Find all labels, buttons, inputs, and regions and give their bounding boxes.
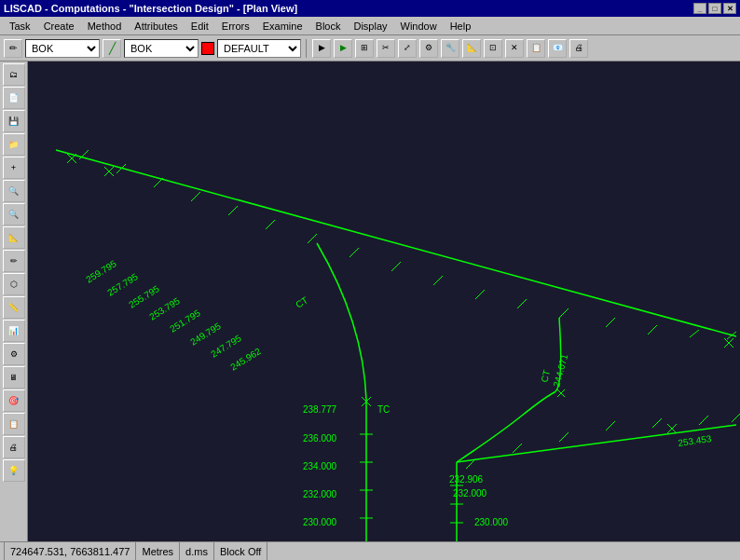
close-button[interactable]: ✕ <box>723 3 736 14</box>
sidebar-btn-display[interactable]: 🖥 <box>3 366 25 389</box>
toolbar-btn-11[interactable]: 📋 <box>527 39 545 58</box>
polygon-icon: ⬡ <box>10 280 18 289</box>
coordinates-display: 724647.531, 7663811.477 <box>4 542 136 560</box>
toolbar-btn-6[interactable]: ⚙ <box>419 39 438 58</box>
sidebar-btn-add[interactable]: + <box>3 157 25 179</box>
label-236000: 236.000 <box>303 433 337 444</box>
pencil-icon: ✏ <box>9 43 17 53</box>
toolbar: ✏ BOK ╱ BOK DEFAULT ▶ ▶ ⊞ ✂ ⤢ ⚙ 🔧 📐 ⊡ ✕ … <box>0 35 740 61</box>
light-icon: 💡 <box>8 466 19 475</box>
label-232000-right: 232.000 <box>453 488 487 499</box>
menu-item-block[interactable]: Block <box>310 20 347 33</box>
block-off-display: Block Off <box>214 542 267 560</box>
toolbar-btn-10[interactable]: ✕ <box>505 39 524 58</box>
title-label: LISCAD - Computations - "Intersection De… <box>4 3 297 14</box>
zoom-out-icon: 🔍 <box>8 210 19 219</box>
toolbar-separator-1 <box>306 39 308 58</box>
sidebar-btn-measure[interactable]: 📐 <box>3 226 25 249</box>
sidebar-btn-edit[interactable]: ✏ <box>3 250 25 272</box>
toolbar-btn-9[interactable]: ⊡ <box>484 39 502 58</box>
icon-4: ✂ <box>382 44 390 52</box>
toolbar-btn-1[interactable]: ▶ <box>312 39 331 58</box>
icon-12: 📧 <box>553 44 563 52</box>
icon-6: ⚙ <box>425 44 432 52</box>
sidebar-btn-zoom-in[interactable]: 🔍 <box>3 180 25 202</box>
label-230000-left: 230.000 <box>303 517 337 527</box>
display-icon: 🖥 <box>9 373 18 382</box>
units-display: Metres <box>136 542 180 560</box>
menu-item-errors[interactable]: Errors <box>216 20 255 33</box>
add-icon: + <box>11 163 16 172</box>
line-tool-icon: 📏 <box>8 303 19 312</box>
layer-select-1[interactable]: BOK <box>25 39 100 58</box>
icon-5: ⤢ <box>404 44 411 52</box>
menu-item-attributes[interactable]: Attributes <box>129 20 183 33</box>
toolbar-btn-7[interactable]: 🔧 <box>441 39 459 58</box>
icon-8: 📐 <box>467 44 477 52</box>
toolbar-btn-4[interactable]: ✂ <box>377 39 395 58</box>
main-area: 🗂 📄 💾 📁 + 🔍 🔍 📐 ✏ ⬡ 📏 📊 ⚙ 🖥 🎯 📋 🖨 💡 <box>0 61 740 541</box>
sidebar-btn-line[interactable]: 📏 <box>3 296 25 319</box>
menu-item-display[interactable]: Display <box>348 20 392 33</box>
label-tc: TC <box>377 404 390 415</box>
icon-9: ⊡ <box>489 44 497 52</box>
sidebar-btn-zoom-out[interactable]: 🔍 <box>3 203 25 225</box>
menu-item-task[interactable]: Task <box>4 20 36 33</box>
sidebar-btn-open[interactable]: 📁 <box>3 133 25 156</box>
clipboard-icon: 📋 <box>8 419 19 429</box>
sidebar-btn-target[interactable]: 🎯 <box>3 389 25 412</box>
line-icon: ╱ <box>109 42 116 55</box>
toolbar-btn-2[interactable]: ▶ <box>334 39 352 58</box>
menu-bar: Task Create Method Attributes Edit Error… <box>0 17 740 35</box>
toolbar-btn-line[interactable]: ╱ <box>103 39 121 58</box>
toolbar-btn-5[interactable]: ⤢ <box>398 39 417 58</box>
sidebar-btn-chart[interactable]: 📊 <box>3 320 25 342</box>
label-238777: 238.777 <box>303 404 337 415</box>
maximize-button[interactable]: □ <box>708 3 721 14</box>
toolbar-btn-pencil[interactable]: ✏ <box>4 39 22 58</box>
sidebar-btn-save[interactable]: 💾 <box>3 110 25 132</box>
label-234000: 234.000 <box>303 461 337 471</box>
status-bar: 724647.531, 7663811.477 Metres d.ms Bloc… <box>0 541 740 560</box>
menu-item-create[interactable]: Create <box>38 20 80 33</box>
label-232906: 232.906 <box>449 474 484 485</box>
settings-icon: ⚙ <box>10 349 18 359</box>
sidebar-btn-new[interactable]: 📄 <box>3 87 25 109</box>
label-230000-right: 230.000 <box>474 517 509 527</box>
menu-item-help[interactable]: Help <box>445 20 477 33</box>
sidebar-btn-clipboard[interactable]: 📋 <box>3 413 25 435</box>
chart-icon: 📊 <box>8 326 19 335</box>
menu-item-window[interactable]: Window <box>395 20 443 33</box>
sidebar-btn-folder[interactable]: 🗂 <box>3 63 25 86</box>
menu-item-edit[interactable]: Edit <box>185 20 214 33</box>
toolbar-btn-8[interactable]: 📐 <box>462 39 481 58</box>
style-select[interactable]: DEFAULT <box>217 39 301 58</box>
drawing-canvas: 259.795 257.795 255.795 253.795 251.795 … <box>28 61 740 541</box>
minimize-button[interactable]: _ <box>693 3 706 14</box>
edit-icon: ✏ <box>10 256 18 266</box>
save-icon: 💾 <box>8 116 19 126</box>
toolbar-btn-12[interactable]: 📧 <box>548 39 567 58</box>
sidebar-btn-print[interactable]: 🖨 <box>3 436 25 458</box>
menu-item-examine[interactable]: Examine <box>257 20 308 33</box>
print-icon: 🖨 <box>9 443 18 452</box>
toolbar-btn-3[interactable]: ⊞ <box>355 39 374 58</box>
target-icon: 🎯 <box>8 396 19 405</box>
menu-item-method[interactable]: Method <box>82 20 128 33</box>
layer-select-2[interactable]: BOK <box>124 39 199 58</box>
icon-10: ✕ <box>511 44 518 52</box>
icon-7: 🔧 <box>445 44 456 52</box>
folder-icon: 🗂 <box>9 70 18 79</box>
label-232000: 232.000 <box>303 489 337 499</box>
toolbar-btn-13[interactable]: 🖨 <box>569 39 588 58</box>
color-swatch[interactable] <box>201 42 214 55</box>
icon-2: ▶ <box>340 44 347 52</box>
sidebar-btn-light[interactable]: 💡 <box>3 459 25 482</box>
canvas-area[interactable]: 259.795 257.795 255.795 253.795 251.795 … <box>28 61 740 541</box>
sidebar-btn-settings[interactable]: ⚙ <box>3 343 25 365</box>
new-doc-icon: 📄 <box>8 93 19 102</box>
sidebar-btn-polygon[interactable]: ⬡ <box>3 273 25 295</box>
zoom-in-icon: 🔍 <box>8 186 19 196</box>
title-bar-controls: _ □ ✕ <box>693 3 736 14</box>
open-icon: 📁 <box>8 140 19 149</box>
